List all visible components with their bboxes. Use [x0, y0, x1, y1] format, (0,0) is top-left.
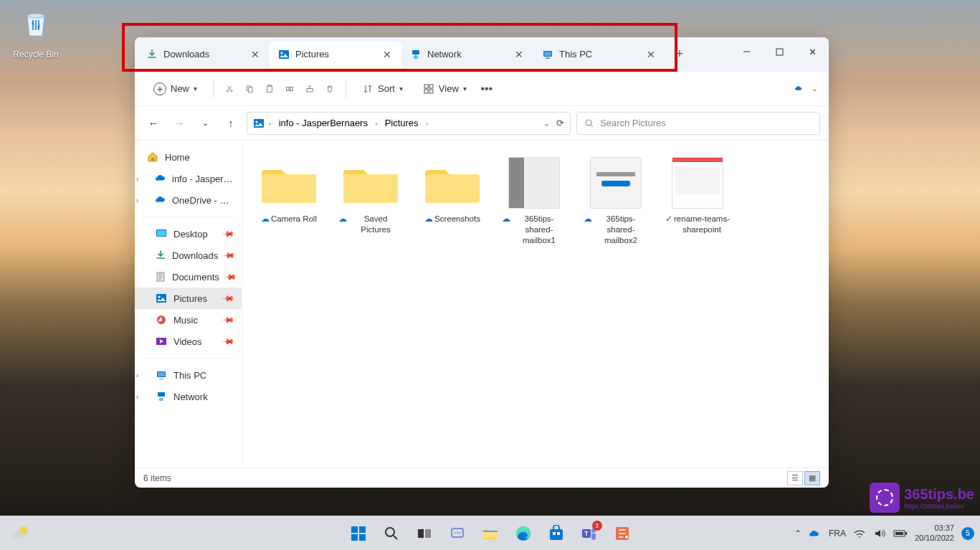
sidebar-onedrive-info[interactable]: › info - JasperBernae — [135, 168, 242, 189]
sidebar-desktop[interactable]: Desktop 📌 — [135, 223, 242, 245]
tab-pictures[interactable]: Pictures ✕ — [270, 42, 401, 67]
chevron-right-icon[interactable]: › — [136, 371, 138, 379]
refresh-button[interactable]: ⟳ — [556, 118, 564, 128]
breadcrumb-current[interactable]: Pictures — [382, 116, 422, 130]
sidebar-home[interactable]: Home — [135, 146, 242, 168]
recent-dropdown[interactable]: ⌄ — [195, 113, 215, 133]
pin-icon[interactable]: 📌 — [221, 291, 234, 305]
cut-icon[interactable] — [222, 82, 237, 96]
search-input[interactable]: Search Pictures — [576, 112, 820, 135]
close-button[interactable]: ✕ — [796, 37, 829, 66]
tab-close-button[interactable]: ✕ — [249, 49, 261, 60]
weather-widget[interactable] — [11, 523, 32, 544]
up-button[interactable]: ↑ — [221, 113, 241, 133]
network-icon — [155, 390, 168, 403]
chevron-right-icon[interactable]: › — [136, 393, 138, 401]
chevron-right-icon[interactable]: › — [136, 196, 138, 204]
chevron-right-icon[interactable]: › — [136, 175, 138, 183]
edge-button[interactable] — [509, 519, 538, 548]
new-button[interactable]: + New ▾ — [146, 78, 204, 100]
cloud-icon — [155, 194, 166, 207]
taskview-button[interactable] — [410, 519, 439, 548]
sidebar-item-label: info - JasperBernae — [172, 174, 233, 184]
delete-icon[interactable] — [323, 82, 337, 96]
chevron-right-icon[interactable]: › — [269, 119, 272, 128]
svg-point-2 — [281, 52, 283, 54]
store-button[interactable] — [542, 519, 571, 548]
onedrive-tray-icon[interactable] — [809, 527, 822, 540]
sidebar-downloads[interactable]: Downloads 📌 — [135, 245, 242, 266]
view-button[interactable]: View ▾ — [416, 79, 474, 99]
sidebar-thispc[interactable]: › This PC — [135, 364, 242, 386]
image-rename-teams-sharepoint[interactable]: ✓rename-teams-sharepoint — [662, 152, 733, 249]
address-bar[interactable]: › info - JasperBernaers › Pictures › ⌄ ⟳ — [247, 112, 571, 135]
explorer-button[interactable] — [476, 519, 505, 548]
pin-icon[interactable]: 📌 — [221, 313, 234, 326]
tab-close-button[interactable]: ✕ — [381, 49, 393, 60]
details-view-button[interactable]: ☰ — [787, 471, 803, 485]
folder-screenshots[interactable]: ☁Screenshots — [417, 152, 487, 249]
tray-chevron-icon[interactable]: ⌃ — [794, 528, 801, 539]
back-button[interactable]: ← — [143, 113, 163, 133]
tab-thispc[interactable]: This PC ✕ — [533, 42, 665, 67]
chevron-right-icon[interactable]: › — [375, 119, 378, 128]
clock[interactable]: 03:37 20/10/2022 — [915, 523, 954, 542]
paste-icon[interactable] — [262, 82, 277, 96]
tab-downloads[interactable]: Downloads ✕ — [138, 42, 270, 67]
svg-rect-42 — [359, 534, 366, 541]
pin-icon[interactable]: 📌 — [221, 227, 234, 240]
more-button[interactable]: ••• — [480, 82, 494, 96]
chat-button[interactable] — [443, 519, 472, 548]
sidebar-videos[interactable]: Videos 📌 — [135, 331, 242, 352]
sidebar-item-label: Home — [165, 152, 190, 163]
svg-rect-20 — [429, 85, 433, 88]
pictures-icon — [278, 49, 290, 60]
tab-close-button[interactable]: ✕ — [645, 49, 657, 60]
content-area[interactable]: ☁Camera Roll ☁Saved Pictures ☁Screenshot… — [242, 141, 829, 468]
tab-close-button[interactable]: ✕ — [513, 49, 525, 60]
tab-network[interactable]: Network ✕ — [401, 42, 533, 67]
image-365tips-shared-mailbox1[interactable]: ☁365tips-shared-mailbox1 — [499, 152, 569, 249]
maximize-button[interactable] — [763, 37, 796, 66]
svg-rect-27 — [157, 230, 166, 236]
svg-point-10 — [227, 90, 229, 92]
battery-tray-icon[interactable] — [893, 528, 908, 539]
folder-saved-pictures[interactable]: ☁Saved Pictures — [336, 152, 406, 249]
sidebar-pictures[interactable]: Pictures 📌 — [135, 288, 242, 309]
language-indicator[interactable]: FRA — [829, 528, 846, 539]
teams-button[interactable]: T3 — [575, 519, 604, 548]
breadcrumb-root[interactable]: info - JasperBernaers — [276, 116, 371, 130]
pin-icon[interactable]: 📌 — [223, 270, 237, 283]
sidebar-documents[interactable]: Documents 📌 — [135, 266, 242, 288]
image-thumbnail — [590, 157, 642, 209]
pin-icon[interactable]: 📌 — [222, 248, 236, 262]
wifi-tray-icon[interactable] — [853, 527, 866, 540]
sidebar-onedrive-personal[interactable]: › OneDrive - Persona — [135, 189, 242, 211]
new-tab-button[interactable]: + — [668, 43, 691, 66]
svg-rect-14 — [267, 86, 272, 93]
address-dropdown-icon[interactable]: ⌄ — [543, 118, 551, 128]
icons-view-button[interactable]: ▦ — [804, 471, 820, 485]
volume-tray-icon[interactable] — [873, 527, 886, 540]
forward-button[interactable]: → — [169, 113, 189, 133]
sidebar-music[interactable]: Music 📌 — [135, 309, 242, 331]
sidebar-network[interactable]: › Network — [135, 386, 242, 407]
pc-icon — [155, 369, 168, 381]
onedrive-status-icon[interactable] — [791, 82, 806, 96]
search-button[interactable] — [377, 519, 406, 548]
start-button[interactable] — [344, 519, 373, 548]
sort-button[interactable]: Sort ▾ — [355, 79, 410, 99]
snipping-button[interactable] — [608, 519, 637, 548]
chevron-down-icon[interactable]: ⌄ — [812, 85, 817, 93]
recycle-bin[interactable]: Recycle Bin — [7, 7, 65, 60]
image-365tips-shared-mailbox2[interactable]: ☁365tips-shared-mailbox2 — [581, 152, 651, 249]
chevron-right-icon[interactable]: › — [426, 119, 429, 128]
minimize-button[interactable] — [730, 37, 763, 66]
rename-icon[interactable]: A — [282, 82, 297, 96]
svg-point-0 — [27, 14, 44, 18]
share-icon[interactable] — [303, 82, 317, 96]
folder-camera-roll[interactable]: ☁Camera Roll — [254, 152, 324, 249]
pin-icon[interactable]: 📌 — [221, 334, 234, 348]
notification-badge[interactable]: 5 — [961, 527, 974, 540]
copy-icon[interactable] — [242, 82, 257, 96]
